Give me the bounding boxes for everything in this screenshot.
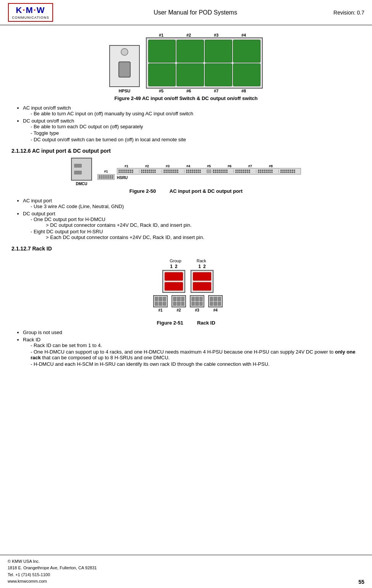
figure-49-caption: Figure 2-49 AC input on/off Switch & DC … (11, 95, 361, 101)
port-dot (104, 177, 106, 179)
dc-grid-wrapper: #1 #2 #3 #4 #5 #6 (146, 33, 263, 93)
fig49-item1: AC input on/off switch Be able to turn A… (23, 105, 361, 116)
port-dot (100, 175, 102, 177)
dc-grid-bottom-labels: #5 #6 #7 #8 (147, 89, 257, 93)
fig50-bullets: AC input port Use 3 wire AC code (Line, … (23, 198, 361, 240)
logo-kmw: K·M·W (16, 5, 45, 15)
figure-50-caption: Figure 2-50 AC input port & DC output po… (11, 188, 361, 194)
dc-switch-grid (146, 37, 263, 89)
figure-51-num: Figure 2-51 (157, 320, 183, 326)
fig51-sub2-2: One H-DMCU can support up to 4 racks, an… (31, 349, 361, 360)
hpsu-label: HPSU (119, 89, 131, 93)
footer-website: www.kmwcomm.com (8, 578, 97, 585)
figure-50-container: DMCU #1 (11, 158, 361, 186)
rack-bottom-body-4 (208, 295, 223, 307)
bold-text: only one rack (31, 349, 355, 360)
rack-bottom-item-3: #3 (190, 295, 204, 312)
figure-51-text: Rack ID (197, 320, 215, 326)
group-rack-labels: Group Rack (170, 258, 206, 263)
dmcu-label: DMCU (76, 182, 87, 186)
dc-cell-4 (233, 40, 260, 63)
figure-51-caption: Figure 2-51 Rack ID (11, 320, 361, 326)
rack-num-labels: 1 2 1 2 (162, 264, 213, 269)
rack-bottom-body-2 (171, 295, 186, 307)
dc-cell-3 (205, 40, 232, 63)
figure-50-text: AC input port & DC output port (170, 188, 243, 194)
dmcu-unit: DMCU (71, 158, 92, 186)
port-dot (102, 175, 104, 177)
rack-switch-bodies (162, 270, 213, 293)
port-dot (106, 177, 108, 179)
header-revision: Revision: 0.7 (333, 10, 364, 16)
hpsu-switch (118, 61, 131, 78)
fig49-sub2-2: Toggle type (31, 130, 361, 136)
fig51-sub2-1: Rack ID can be set from 1 to 4. (31, 342, 361, 348)
fig51-item1: Group is not used (23, 330, 361, 335)
figure-51-container: Group Rack 1 2 1 2 (11, 255, 361, 318)
footer-company: © KMW USA Inc. (8, 558, 97, 565)
content: HPSU #1 #2 #3 #4 (0, 25, 372, 373)
hpsu-unit: HPSU (109, 45, 140, 93)
dc-cell-1 (148, 40, 176, 63)
hsru-ports-wrapper: #1 (97, 164, 301, 180)
fig50-item1: AC input port Use 3 wire AC code (Line, … (23, 198, 361, 209)
hsru-label: HSRU (117, 176, 128, 180)
fig49-sub2-1: Be able to turn each DC output on (off) … (31, 124, 361, 129)
fig51-bullets: Group is not used Rack ID Rack ID can be… (23, 330, 361, 367)
port-dot (112, 177, 113, 179)
dc-cell-5 (148, 63, 176, 86)
fig50-sub1-1: Use 3 wire AC code (Line, Neutral, GND) (31, 204, 361, 209)
header: K·M·W COMMUNICATIONS User Manual for POD… (0, 0, 372, 25)
fig50-sub2-1-1: DC output connector contains +24V DC, Ra… (46, 222, 361, 228)
footer-address: 1818 E. Orangethrope Ave, Fullerton, CA … (8, 565, 97, 572)
section-2-1-12-6: 2.1.12.6 AC input port & DC output port (11, 148, 361, 154)
fig49-bullets: AC input on/off switch Be able to turn A… (23, 105, 361, 142)
fig50-item2: DC output port One DC output port for H-… (23, 211, 361, 240)
rack-bottom-label-3: #3 (195, 308, 199, 312)
rack-bottom-row: #1 #2 (153, 295, 223, 312)
footer-page: 55 (358, 579, 364, 585)
fig50-sub2-2: Eight DC output port for H-SRU Each DC o… (31, 229, 361, 240)
logo-comm: COMMUNICATIONS (12, 16, 49, 19)
hpsu-body (109, 45, 140, 87)
port-dot (110, 175, 112, 177)
port-dot (100, 177, 102, 179)
port-dot (102, 177, 104, 179)
hsru-ports (117, 168, 301, 174)
fig51-sub2-3: H-DMCU and each H-SCM in H-SRU can ident… (31, 361, 361, 367)
rack-switch-2 (191, 270, 213, 293)
dc-cell-8 (233, 63, 260, 86)
port-dot (99, 175, 100, 177)
dmcu-port-group: #1 (97, 170, 115, 180)
port-dot (108, 175, 110, 177)
fig49-item2: DC output on/off switch Be able to turn … (23, 118, 361, 142)
rack-bottom-body-3 (190, 295, 204, 307)
hsru-port-labels: #1 #2 #3 #4 #5 #6 #7 #8 (117, 164, 280, 168)
figure-49-container: HPSU #1 #2 #3 #4 (11, 33, 361, 93)
fig50-sub2-1: One DC output port for H-DMCU DC output … (31, 216, 361, 228)
dmcu-slot-2 (74, 171, 82, 174)
fig50-sub2-2-1: Each DC output connector contains +24V D… (46, 234, 361, 240)
rack-id-figure: Group Rack 1 2 1 2 (149, 258, 223, 315)
rack-switch-slot-1 (165, 272, 183, 281)
rack-bottom-label-2: #2 (176, 308, 181, 312)
rack-bottom-label-1: #1 (158, 308, 162, 312)
hsru-port-section: #1 #2 #3 #4 #5 #6 #7 #8 (117, 164, 301, 180)
group-label: Group (170, 258, 181, 263)
dc-cell-7 (205, 63, 232, 86)
port-dot (99, 177, 100, 179)
logo-box: K·M·W COMMUNICATIONS (8, 3, 53, 22)
fig49-sub1-1: Be able to turn AC input on (off) manual… (31, 111, 361, 116)
section-2-1-12-7: 2.1.12.7 Rack ID (11, 246, 361, 252)
rack-switch-slot-3 (193, 272, 211, 281)
footer-left: © KMW USA Inc. 1818 E. Orangethrope Ave,… (8, 558, 97, 585)
footer-tel: Tel. +1 (714) 515-1100 (8, 572, 97, 578)
rack-bottom-item-2: #2 (171, 295, 186, 312)
rack-bottom-label-4: #4 (213, 308, 217, 312)
rack-bottom-item-4: #4 (208, 295, 223, 312)
dc-grid-top-labels: #1 #2 #3 #4 (147, 33, 257, 37)
figure-50-num: Figure 2-50 (129, 188, 156, 194)
fig51-item2: Rack ID Rack ID can be set from 1 to 4. … (23, 337, 361, 367)
rack-label: Rack (197, 258, 206, 263)
dmcu-body (71, 158, 92, 181)
